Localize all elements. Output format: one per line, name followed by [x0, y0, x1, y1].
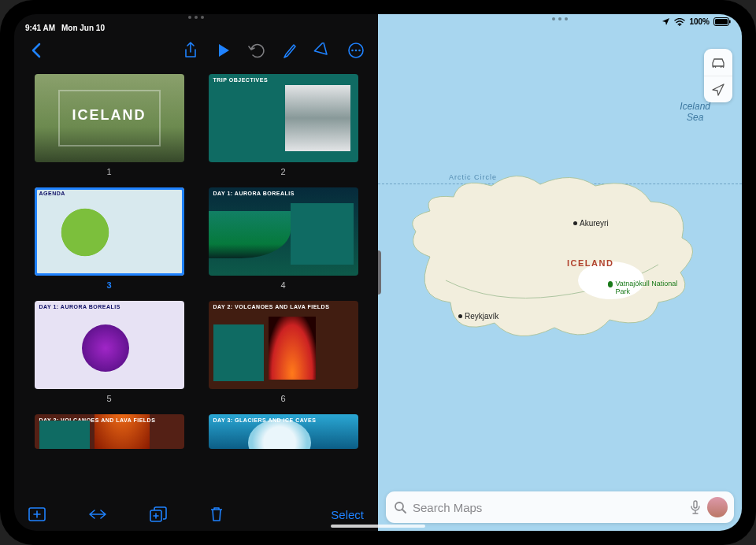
- back-button[interactable]: [20, 35, 52, 66]
- svg-point-3: [358, 50, 361, 52]
- home-indicator[interactable]: [331, 525, 425, 528]
- add-slide-button[interactable]: [28, 506, 46, 522]
- park-vatnajokull[interactable]: Vatnajökull National Park: [608, 280, 679, 296]
- slide-title: DAY 2: VOLCANOES AND LAVA FIELDS: [213, 304, 330, 310]
- svg-point-6: [680, 24, 681, 26]
- keynote-app: 9:41 AM Mon Jun 10 ICELAND 1 TRIP OBJECT…: [14, 14, 378, 531]
- play-button[interactable]: [208, 35, 239, 66]
- keynote-bottom-toolbar: Select: [14, 498, 378, 531]
- slides-grid: ICELAND 1 TRIP OBJECTIVES 2 AGENDA 3 DAY…: [14, 68, 378, 498]
- slide-thumb-8[interactable]: DAY 3: GLACIERS AND ICE CAVES: [207, 414, 359, 449]
- status-bar-left: 9:41 AM Mon Jun 10: [14, 19, 378, 33]
- svg-point-1: [351, 50, 354, 52]
- slide-thumb-3[interactable]: AGENDA 3: [33, 187, 185, 298]
- country-label: ICELAND: [567, 258, 613, 268]
- share-button[interactable]: [175, 35, 206, 66]
- slide-title: DAY 1: AURORA BOREALIS: [213, 191, 295, 196]
- search-placeholder: Search Maps: [413, 501, 684, 514]
- slide-thumb-4[interactable]: DAY 1: AURORA BOREALIS 4: [207, 187, 359, 298]
- wifi-icon: [674, 18, 685, 26]
- maps-search-bar[interactable]: Search Maps: [386, 491, 734, 523]
- slide-title: AGENDA: [39, 191, 65, 196]
- slide-thumb-5[interactable]: DAY 1: AURORA BOREALIS 5: [33, 301, 185, 411]
- slide-number: 5: [106, 394, 111, 403]
- slide-thumb-7[interactable]: DAY 2: VOLCANOES AND LAVA FIELDS: [33, 414, 185, 449]
- multitask-dots-right[interactable]: [552, 17, 568, 20]
- map-canvas[interactable]: Iceland Sea Arctic Circle ICELAND Reykja…: [378, 14, 742, 531]
- split-view-screen: 9:41 AM Mon Jun 10 ICELAND 1 TRIP OBJECT…: [14, 14, 742, 531]
- iceland-landmass: [398, 162, 704, 350]
- battery-icon: [713, 17, 731, 26]
- skip-slide-button[interactable]: [88, 506, 107, 522]
- split-view-handle[interactable]: [378, 250, 381, 295]
- duplicate-button[interactable]: [150, 506, 167, 522]
- dictation-icon[interactable]: [690, 500, 701, 514]
- format-button[interactable]: [274, 35, 306, 66]
- locate-me-button[interactable]: [704, 76, 732, 102]
- avatar[interactable]: [707, 497, 728, 517]
- driving-mode-button[interactable]: [704, 49, 732, 76]
- status-time: 9:41 AM: [25, 24, 55, 32]
- arctic-label: Arctic Circle: [449, 173, 497, 181]
- city-akureyri[interactable]: Akureyri: [573, 219, 609, 228]
- status-date: Mon Jun 10: [61, 24, 105, 32]
- slide-title: TRIP OBJECTIVES: [213, 77, 269, 83]
- delete-button[interactable]: [209, 506, 224, 522]
- svg-rect-9: [729, 20, 731, 24]
- slide-number: 1: [106, 167, 111, 176]
- more-button[interactable]: [340, 35, 372, 66]
- undo-button[interactable]: [241, 35, 272, 66]
- map-controls: [704, 49, 732, 102]
- insert-button[interactable]: [307, 35, 339, 66]
- slide-title: DAY 3: GLACIERS AND ICE CAVES: [213, 417, 317, 423]
- keynote-top-toolbar: [14, 33, 378, 68]
- slide-number: 6: [280, 394, 285, 403]
- city-reykjavik[interactable]: Reykjavík: [458, 312, 498, 321]
- svg-rect-12: [694, 501, 697, 508]
- svg-point-2: [355, 50, 358, 52]
- slide-thumb-2[interactable]: TRIP OBJECTIVES 2: [207, 74, 359, 184]
- slide-thumb-6[interactable]: DAY 2: VOLCANOES AND LAVA FIELDS 6: [207, 301, 359, 411]
- svg-rect-8: [715, 19, 728, 24]
- slide-number: 3: [106, 280, 111, 290]
- battery-percent: 100%: [689, 17, 710, 26]
- select-button[interactable]: Select: [331, 508, 364, 521]
- status-bar-right: 100%: [662, 17, 731, 26]
- slide-title: DAY 1: AURORA BOREALIS: [39, 304, 120, 310]
- search-icon: [394, 501, 406, 513]
- location-icon: [662, 17, 670, 26]
- sea-label: Iceland Sea: [680, 101, 710, 123]
- slide-title: ICELAND: [35, 107, 184, 124]
- slide-thumb-1[interactable]: ICELAND 1: [33, 74, 185, 184]
- slide-number: 2: [280, 167, 285, 176]
- slide-number: 4: [280, 280, 285, 290]
- maps-app[interactable]: 100% Iceland Sea Arctic Circle ICELAND R…: [378, 14, 742, 531]
- ipad-frame: 9:41 AM Mon Jun 10 ICELAND 1 TRIP OBJECT…: [0, 0, 756, 545]
